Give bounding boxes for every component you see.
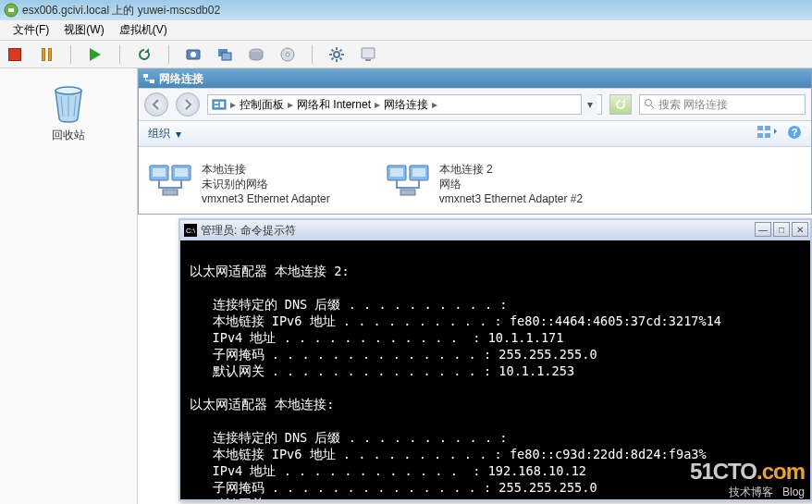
menu-bar: 文件(F) 视图(W) 虚拟机(V): [0, 20, 812, 41]
minimize-button[interactable]: —: [755, 222, 771, 237]
recycle-bin-label: 回收站: [46, 128, 91, 143]
cd-icon[interactable]: [278, 45, 297, 64]
separator: [119, 45, 120, 64]
vm-icon[interactable]: [359, 45, 377, 64]
connections-list: 本地连接 未识别的网络 vmxnet3 Ethernet Adapter 本地连…: [139, 147, 811, 214]
search-icon: [644, 98, 655, 112]
svg-point-11: [55, 87, 81, 94]
disk-icon[interactable]: [247, 45, 265, 64]
connection-status: 网络: [439, 177, 583, 191]
svg-rect-22: [765, 133, 770, 138]
svg-rect-31: [390, 168, 403, 177]
chevron-right-icon: ▸: [432, 98, 437, 111]
svg-rect-9: [362, 48, 375, 58]
watermark-dotcom: .com: [757, 459, 805, 484]
svg-rect-15: [215, 102, 218, 104]
svg-text:?: ?: [792, 127, 798, 138]
svg-rect-4: [222, 53, 231, 60]
cmd-title: 管理员: 命令提示符: [201, 223, 296, 239]
breadcrumb-network-internet[interactable]: 网络和 Internet: [297, 97, 371, 113]
connection-name: 本地连接: [202, 162, 330, 177]
connection-item[interactable]: 本地连接 2 网络 vmxnet3 Ethernet Adapter #2: [386, 162, 583, 206]
breadcrumb-control-panel[interactable]: 控制面板: [240, 97, 284, 113]
vsphere-icon: [4, 3, 18, 18]
svg-rect-34: [400, 190, 415, 195]
network-icon: [142, 72, 155, 85]
separator: [312, 45, 313, 64]
watermark-sub: 技术博客: [729, 486, 773, 498]
stop-button[interactable]: [6, 45, 24, 64]
window-title: esx006.gcivi.local 上的 yuwei-mscsdb02: [22, 3, 220, 18]
recycle-bin[interactable]: 回收站: [46, 80, 91, 143]
connection-adapter: vmxnet3 Ethernet Adapter: [202, 191, 330, 206]
network-adapter-icon: [148, 162, 192, 201]
search-input[interactable]: 搜索 网络连接: [639, 94, 806, 115]
recycle-bin-icon: [46, 80, 91, 124]
menu-view[interactable]: 视图(W): [56, 22, 111, 38]
gear-icon[interactable]: [327, 45, 346, 64]
svg-rect-12: [143, 74, 148, 78]
play-button[interactable]: [86, 45, 105, 64]
cmd-icon: C:\: [184, 224, 197, 237]
vsphere-titlebar: esx006.gcivi.local 上的 yuwei-mscsdb02: [0, 0, 812, 20]
close-button[interactable]: ✕: [792, 222, 808, 237]
network-adapter-icon: [386, 162, 430, 201]
watermark-site: 51CTO: [690, 459, 757, 484]
connection-item[interactable]: 本地连接 未识别的网络 vmxnet3 Ethernet Adapter: [148, 162, 330, 206]
watermark: 51CTO.com 技术博客 Blog: [690, 459, 805, 500]
svg-rect-20: [765, 126, 770, 130]
control-panel-icon: [212, 97, 227, 112]
connection-adapter: vmxnet3 Ethernet Adapter #2: [439, 191, 583, 206]
chevron-right-icon: ▸: [375, 98, 380, 111]
chevron-down-icon: ▾: [176, 128, 181, 141]
organize-button[interactable]: 组织: [148, 126, 170, 141]
svg-rect-26: [153, 168, 166, 177]
svg-point-18: [646, 99, 652, 105]
separator: [168, 45, 169, 64]
refresh-button[interactable]: [609, 94, 632, 115]
svg-point-7: [286, 53, 289, 56]
menu-vm[interactable]: 虚拟机(V): [112, 22, 175, 38]
breadcrumb-dropdown-button[interactable]: ▾: [581, 94, 597, 115]
maximize-button[interactable]: □: [773, 222, 790, 237]
nav-row: ▸ 控制面板 ▸ 网络和 Internet ▸ 网络连接 ▸ ▾: [139, 88, 811, 121]
svg-point-2: [191, 52, 196, 57]
chevron-right-icon: ▸: [288, 98, 293, 111]
svg-rect-13: [150, 80, 154, 83]
forward-button[interactable]: [176, 92, 200, 117]
refresh-icon[interactable]: [135, 45, 154, 64]
help-icon[interactable]: ?: [787, 125, 802, 142]
network-connections-window: 网络连接 ▸ 控制面板 ▸ 网络和 Internet ▸: [138, 68, 812, 215]
svg-rect-21: [757, 133, 763, 138]
toolbar: [0, 41, 812, 68]
svg-rect-19: [757, 126, 763, 130]
view-icon[interactable]: [757, 125, 778, 142]
network-window-titlebar: 网络连接: [139, 69, 811, 88]
svg-rect-33: [412, 168, 425, 177]
breadcrumb[interactable]: ▸ 控制面板 ▸ 网络和 Internet ▸ 网络连接 ▸ ▾: [207, 94, 602, 115]
menu-file[interactable]: 文件(F): [6, 22, 56, 38]
svg-rect-29: [163, 190, 178, 195]
snapshot-manager-icon[interactable]: [215, 45, 234, 64]
separator: [70, 45, 71, 64]
pause-button[interactable]: [37, 45, 55, 64]
back-button[interactable]: [144, 92, 168, 117]
chevron-right-icon: ▸: [230, 98, 236, 111]
network-window-title: 网络连接: [159, 71, 203, 87]
snapshot-icon[interactable]: [184, 45, 203, 64]
connection-name: 本地连接 2: [439, 162, 583, 177]
watermark-blog: Blog: [782, 486, 805, 498]
connection-status: 未识别的网络: [202, 177, 330, 191]
command-bar: 组织 ▾ ?: [139, 121, 811, 147]
svg-rect-16: [215, 105, 218, 107]
svg-point-8: [334, 52, 339, 57]
search-placeholder: 搜索 网络连接: [658, 97, 728, 113]
svg-rect-10: [365, 59, 371, 61]
svg-rect-28: [175, 168, 188, 177]
desktop-area: 回收站: [0, 68, 137, 504]
cmd-titlebar[interactable]: C:\ 管理员: 命令提示符 — □ ✕: [180, 220, 810, 240]
breadcrumb-network-connections[interactable]: 网络连接: [384, 97, 428, 113]
svg-rect-17: [220, 102, 224, 107]
